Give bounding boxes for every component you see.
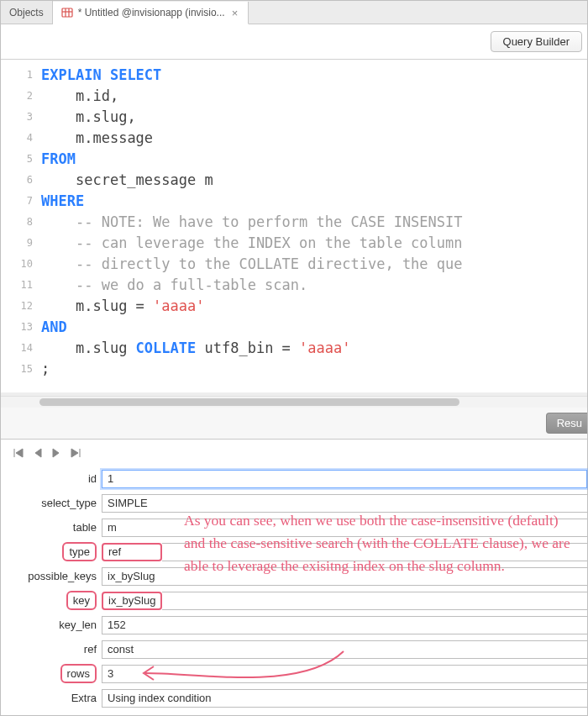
svg-rect-0 xyxy=(62,8,72,17)
col-id: id xyxy=(92,87,109,104)
kw-explain: EXPLAIN xyxy=(41,66,102,83)
tab-active-label: * Untitled @invisionapp (invisio... xyxy=(78,7,225,18)
comment-line: -- we do a full-table scan. xyxy=(76,276,307,293)
label-table: table xyxy=(1,521,102,534)
table-ref: secret_message m xyxy=(76,171,213,188)
label-select-type: select_type xyxy=(1,497,102,509)
field-rows[interactable]: 3 xyxy=(102,665,587,683)
code-area[interactable]: EXPLAIN SELECT m.id, m.slug, m.message F… xyxy=(39,60,587,392)
field-possible-keys[interactable]: ix_bySlug xyxy=(102,567,587,586)
nav-last-icon[interactable] xyxy=(70,448,81,458)
field-type-rest[interactable] xyxy=(162,543,587,561)
field-key[interactable]: ix_bySlug xyxy=(102,592,162,610)
comment-line: -- can leverage the INDEX on the table c… xyxy=(76,234,463,251)
row-extra: Extra Using index condition xyxy=(1,686,587,710)
tab-objects[interactable]: Objects xyxy=(1,1,53,24)
label-possible-keys: possible_keys xyxy=(1,570,102,582)
tab-objects-label: Objects xyxy=(9,7,44,18)
row-select-type: select_type SIMPLE xyxy=(1,491,587,515)
results-button[interactable]: Resu xyxy=(546,413,587,434)
field-type[interactable]: ref xyxy=(102,543,162,561)
field-key-rest[interactable] xyxy=(162,592,587,610)
app-frame: Objects * Untitled @invisionapp (invisio… xyxy=(0,0,588,716)
editor-horizontal-scrollbar[interactable] xyxy=(1,396,587,408)
label-key-len: key_len xyxy=(1,619,102,631)
close-icon[interactable]: × xyxy=(230,7,240,19)
result-details: id 1 select_type SIMPLE table m type ref… xyxy=(1,463,587,710)
label-key: key xyxy=(66,591,97,610)
kw-collate: COLLATE xyxy=(136,340,197,356)
kw-from: FROM xyxy=(41,150,76,167)
query-builder-button[interactable]: Query Builder xyxy=(491,31,582,52)
col-slug: slug xyxy=(92,108,127,125)
nav-next-icon[interactable] xyxy=(51,448,61,458)
row-table: table m xyxy=(1,515,587,540)
label-ref: ref xyxy=(1,643,102,655)
col-message: message xyxy=(92,129,153,146)
predicate-2a: m.slug xyxy=(76,340,136,356)
field-table[interactable]: m xyxy=(102,519,587,537)
predicate-2b: utf8_bin = xyxy=(196,340,299,356)
field-key-len[interactable]: 152 xyxy=(102,616,587,634)
label-extra: Extra xyxy=(1,692,102,704)
kw-select: SELECT xyxy=(110,66,161,83)
sql-editor[interactable]: 123456789101112131415 EXPLAIN SELECT m.i… xyxy=(1,60,587,396)
field-select-type[interactable]: SIMPLE xyxy=(102,494,587,513)
field-id[interactable]: 1 xyxy=(102,470,587,488)
label-rows: rows xyxy=(60,664,97,683)
editor-toolbar: Query Builder xyxy=(1,24,587,60)
string-literal: 'aaaa' xyxy=(153,297,204,314)
row-ref: ref const xyxy=(1,637,587,661)
row-possible-keys: possible_keys ix_bySlug xyxy=(1,564,587,588)
field-ref[interactable]: const xyxy=(102,640,587,659)
nav-first-icon[interactable] xyxy=(13,448,24,458)
row-key-len: key_len 152 xyxy=(1,613,587,637)
row-type: type ref xyxy=(1,540,587,564)
kw-where: WHERE xyxy=(41,192,84,209)
line-gutter: 123456789101112131415 xyxy=(1,60,39,392)
row-rows: rows 3 xyxy=(1,661,587,686)
comment-line: -- NOTE: We have to perform the CASE INS… xyxy=(76,213,463,230)
row-id: id 1 xyxy=(1,466,587,491)
kw-and: AND xyxy=(41,319,67,335)
semicolon: ; xyxy=(41,361,50,377)
label-id: id xyxy=(1,472,102,485)
field-extra[interactable]: Using index condition xyxy=(102,689,587,708)
tab-bar: Objects * Untitled @invisionapp (invisio… xyxy=(1,1,587,24)
table-icon xyxy=(61,7,73,18)
results-header: Resu xyxy=(1,408,587,440)
record-nav xyxy=(1,440,587,463)
scrollbar-thumb[interactable] xyxy=(39,398,459,406)
predicate-1: m.slug = xyxy=(76,297,153,314)
label-type: type xyxy=(62,542,97,561)
comment-line: -- directly to the COLLATE directive, th… xyxy=(76,255,463,272)
row-key: key ix_bySlug xyxy=(1,588,587,613)
tab-active-query[interactable]: * Untitled @invisionapp (invisio... × xyxy=(53,2,249,24)
nav-prev-icon[interactable] xyxy=(33,448,43,458)
string-literal: 'aaaa' xyxy=(299,340,350,356)
